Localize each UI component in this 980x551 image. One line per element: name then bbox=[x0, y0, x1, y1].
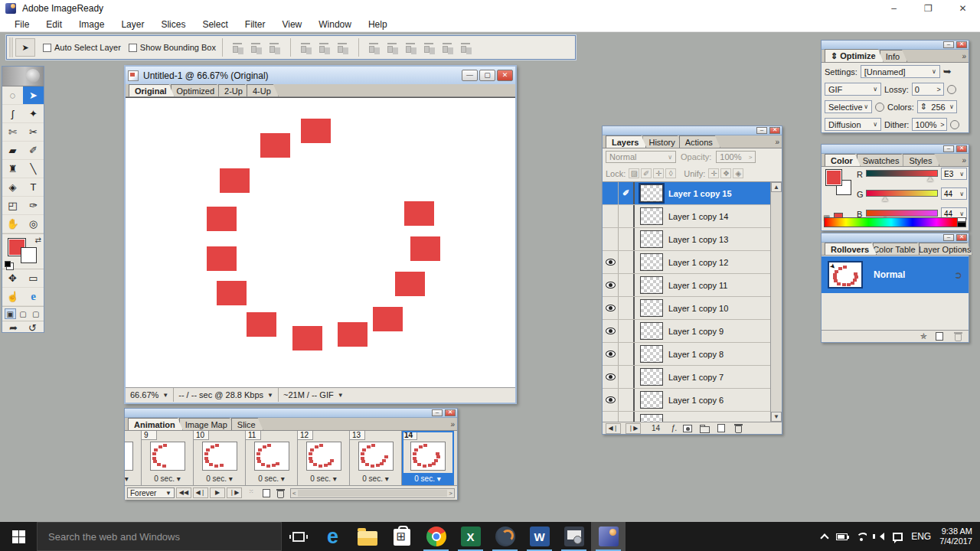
rollover-state-row[interactable]: ➤ Normal ➲ bbox=[822, 256, 969, 293]
fullscreen-mode[interactable]: ▢ bbox=[30, 308, 41, 319]
palette-minimize-button[interactable]: – bbox=[943, 41, 954, 48]
file-size-dropdown[interactable]: ~21M / -- GIF ▼ bbox=[279, 388, 348, 402]
blend-mode-dropdown[interactable]: Normal ∨ bbox=[606, 151, 676, 163]
frame-delay-dropdown[interactable]: 0 sec. ▾ bbox=[402, 473, 453, 485]
tab-slice[interactable]: Slice bbox=[231, 418, 263, 430]
taskbar-app-word[interactable]: W bbox=[522, 522, 557, 551]
zoom-tool[interactable]: ◎ bbox=[23, 215, 44, 233]
opacity-field[interactable]: 100% > bbox=[716, 151, 756, 163]
frame-delay-dropdown[interactable]: 0 sec. ▾ bbox=[350, 473, 401, 485]
new-frame-button[interactable] bbox=[260, 489, 273, 497]
menu-select[interactable]: Select bbox=[194, 18, 236, 31]
previous-frame-button[interactable]: ◀❘ bbox=[193, 487, 208, 498]
visibility-toggle[interactable] bbox=[603, 320, 619, 342]
task-view-button[interactable] bbox=[282, 522, 315, 551]
palette-menu-icon[interactable]: » bbox=[775, 138, 779, 146]
taskbar-app-excel[interactable]: X bbox=[453, 522, 488, 551]
tab-actions[interactable]: Actions bbox=[679, 135, 720, 148]
fullscreen-with-menu-mode[interactable]: ▢ bbox=[17, 308, 28, 319]
lossy-field[interactable]: 0 > bbox=[912, 83, 944, 96]
doc-close-button[interactable]: ✕ bbox=[497, 70, 513, 81]
clock[interactable]: 9:38 AM 7/4/2017 bbox=[939, 527, 972, 546]
link-column[interactable] bbox=[619, 205, 635, 227]
tween-button[interactable]: ⁙ bbox=[243, 487, 259, 498]
link-column[interactable] bbox=[619, 251, 635, 273]
previous-frame-button[interactable]: ◀❘ bbox=[606, 423, 621, 434]
frame-delay-dropdown[interactable]: 0 sec. ▾ bbox=[142, 473, 193, 485]
palette-menu-icon[interactable]: » bbox=[450, 420, 454, 429]
palette-minimize-button[interactable]: – bbox=[756, 127, 767, 134]
layer-row[interactable]: ✐Layer 1 copy 15 bbox=[603, 182, 770, 205]
layers-scrollbar[interactable]: ▲ ▼ bbox=[770, 182, 782, 422]
menu-view[interactable]: View bbox=[273, 18, 310, 31]
visibility-toggle[interactable] bbox=[603, 182, 619, 204]
lock-icon[interactable]: ✐ bbox=[641, 168, 652, 178]
frame-delay-dropdown[interactable]: 0 sec. ▾ bbox=[194, 473, 245, 485]
minimize-button[interactable]: – bbox=[877, 0, 911, 17]
frame-delay-dropdown[interactable]: 0 sec. ▾ bbox=[125, 473, 141, 485]
palette-close-button[interactable]: ✕ bbox=[956, 234, 967, 241]
animation-frame-12[interactable]: 120 sec. ▾ bbox=[298, 431, 350, 485]
link-column[interactable] bbox=[619, 228, 635, 250]
color-palette-titlebar[interactable]: – ✕ bbox=[822, 145, 969, 154]
palette-menu-icon[interactable]: » bbox=[962, 52, 965, 60]
canvas[interactable] bbox=[126, 97, 515, 387]
optimize-palette-titlebar[interactable]: – ✕ bbox=[822, 41, 969, 50]
palette-minimize-button[interactable]: – bbox=[943, 234, 954, 241]
palette-close-button[interactable]: ✕ bbox=[956, 41, 967, 48]
lock-icon[interactable]: ▨ bbox=[629, 168, 639, 178]
slider-thumb[interactable] bbox=[882, 197, 888, 201]
brush-tool[interactable]: ✐ bbox=[23, 142, 44, 160]
reduction-cycle-icon[interactable] bbox=[875, 103, 884, 112]
animation-frame-13[interactable]: 130 sec. ▾ bbox=[350, 431, 402, 485]
scroll-down-icon[interactable]: ▼ bbox=[771, 412, 782, 422]
link-column[interactable] bbox=[619, 343, 635, 365]
new-group-button[interactable] bbox=[698, 424, 710, 433]
layer-row[interactable]: Layer 1 copy 10 bbox=[603, 297, 770, 320]
taskbar-app-edge[interactable]: e bbox=[315, 522, 350, 551]
dither-field[interactable]: 100% > bbox=[912, 118, 947, 131]
distribute-vertical-centers-icon[interactable] bbox=[386, 42, 400, 54]
taskbar-app-video-editor[interactable] bbox=[557, 522, 591, 551]
background-color-swatch[interactable] bbox=[21, 247, 37, 263]
add-layer-mask-button[interactable] bbox=[681, 425, 694, 432]
hand-tool[interactable]: ✋ bbox=[2, 215, 23, 233]
lasso-tool[interactable]: ʃ bbox=[2, 105, 23, 123]
doc-tab-optimized[interactable]: Optimized bbox=[171, 84, 223, 96]
animation-frame-14[interactable]: 140 sec. ▾ bbox=[402, 431, 454, 485]
new-rollover-state-button[interactable] bbox=[933, 332, 946, 341]
doc-tab-original[interactable]: Original bbox=[129, 84, 175, 96]
new-layer-button[interactable] bbox=[715, 424, 727, 432]
slice-tool[interactable]: ✂ bbox=[23, 123, 44, 142]
eraser-tool[interactable]: ▰ bbox=[2, 142, 23, 160]
next-frame-button[interactable]: ❘▶ bbox=[227, 487, 242, 498]
doc-minimize-button[interactable]: — bbox=[462, 70, 478, 81]
link-column[interactable] bbox=[619, 297, 635, 319]
preview-in-browser[interactable]: e bbox=[23, 288, 44, 306]
palette-close-button[interactable]: ✕ bbox=[445, 409, 456, 416]
taskbar-app-imageready[interactable] bbox=[591, 522, 626, 551]
palette-close-button[interactable]: ✕ bbox=[769, 127, 780, 134]
align-bottom-icon[interactable] bbox=[268, 42, 282, 54]
distribute-left-icon[interactable] bbox=[423, 42, 436, 54]
start-button[interactable] bbox=[0, 522, 37, 551]
delete-layer-button[interactable] bbox=[732, 423, 744, 433]
droplet-icon[interactable]: ➥ bbox=[943, 66, 952, 77]
lock-icon[interactable]: ✛ bbox=[653, 168, 664, 178]
image-map-select-tool[interactable]: ✥ bbox=[2, 269, 23, 288]
move-tool[interactable]: ➤ bbox=[23, 86, 44, 105]
next-frame-button[interactable]: ❘▶ bbox=[626, 423, 641, 434]
foreground-color-swatch[interactable] bbox=[825, 169, 842, 186]
rewind-button[interactable]: ◀◀ bbox=[176, 487, 191, 498]
distribute-right-icon[interactable] bbox=[459, 42, 473, 54]
layers-palette-titlebar[interactable]: – ✕ bbox=[603, 126, 782, 135]
tab-color[interactable]: Color bbox=[825, 154, 861, 166]
toggle-image-map-visibility[interactable]: ☝ bbox=[2, 288, 23, 306]
dither-cycle-icon[interactable] bbox=[950, 120, 959, 129]
animation-palette-titlebar[interactable]: – ✕ bbox=[125, 409, 457, 418]
unify-icon[interactable]: ✛ bbox=[708, 168, 719, 178]
menu-filter[interactable]: Filter bbox=[237, 18, 274, 31]
palette-minimize-button[interactable]: – bbox=[943, 145, 954, 152]
restore-button[interactable]: ❐ bbox=[911, 0, 946, 17]
animation-frame-10[interactable]: 100 sec. ▾ bbox=[194, 431, 246, 485]
